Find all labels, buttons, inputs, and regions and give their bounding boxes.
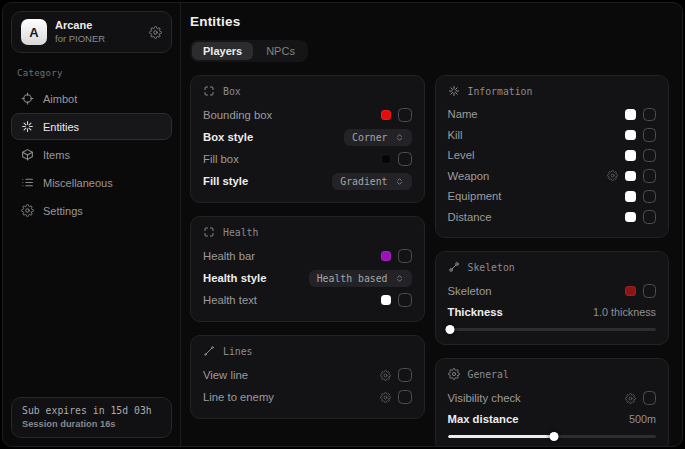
chevrons-up-down-icon [395, 177, 404, 186]
brand-card: A Arcane for PIONER [11, 11, 172, 53]
equipment-checkbox[interactable] [643, 190, 657, 204]
settings-gear-icon[interactable] [149, 26, 162, 39]
card-lines: Lines View line Line to enemy [190, 335, 425, 419]
card-title: General [468, 369, 509, 380]
row-name: Name [448, 104, 657, 125]
health-bar-checkbox[interactable] [398, 249, 412, 263]
sidebar-item-items[interactable]: Items [11, 141, 172, 168]
row-skeleton: Skeleton [448, 280, 657, 302]
gear-icon[interactable] [625, 393, 636, 404]
card-title: Box [223, 86, 241, 97]
box-style-dropdown[interactable]: Corner [344, 129, 411, 146]
brand-subtitle: for PIONER [55, 33, 141, 44]
tab-players[interactable]: Players [192, 42, 253, 60]
bone-icon [448, 261, 460, 273]
sidebar-item-label: Entities [43, 121, 79, 133]
diagonal-line-icon [203, 345, 215, 357]
sidebar-item-settings[interactable]: Settings [11, 197, 172, 224]
crosshair-icon [21, 92, 34, 105]
gear-icon [21, 204, 34, 217]
entity-tabs: Players NPCs [190, 40, 308, 62]
color-swatch[interactable] [381, 154, 392, 165]
session-duration-text: Session duration 16s [22, 419, 161, 429]
color-swatch[interactable] [625, 109, 636, 120]
sidebar-item-label: Aimbot [43, 93, 77, 105]
row-kill: Kill [448, 125, 657, 146]
slider-thumb[interactable] [549, 432, 558, 441]
name-checkbox[interactable] [643, 108, 657, 122]
gear-icon[interactable] [380, 392, 391, 403]
fill-box-checkbox[interactable] [398, 152, 412, 166]
card-box: Box Bounding box Box style Corner [190, 75, 425, 203]
color-swatch[interactable] [625, 191, 636, 202]
max-distance-value: 500m [629, 413, 656, 425]
color-swatch[interactable] [625, 212, 636, 223]
scan-box-icon [203, 226, 215, 238]
gear-icon [448, 368, 460, 380]
color-swatch[interactable] [381, 251, 392, 262]
row-health-bar: Health bar [203, 245, 412, 267]
row-fill-box: Fill box [203, 148, 412, 170]
sub-expiry-text: Sub expires in 15d 03h [22, 405, 161, 416]
row-visibility-check: Visibility check [448, 387, 657, 409]
row-box-style: Box style Corner [203, 126, 412, 148]
fill-style-dropdown[interactable]: Gradient [332, 173, 411, 190]
row-thickness: Thickness 1.0 thickness [448, 302, 657, 322]
sidebar-item-entities[interactable]: Entities [11, 113, 172, 140]
spark-icon [448, 85, 460, 97]
subscription-card: Sub expires in 15d 03h Session duration … [11, 397, 172, 438]
line-to-enemy-checkbox[interactable] [398, 390, 412, 404]
color-swatch[interactable] [625, 150, 636, 161]
sidebar-item-aimbot[interactable]: Aimbot [11, 85, 172, 112]
slider-thumb[interactable] [445, 325, 454, 334]
skeleton-checkbox[interactable] [643, 284, 657, 298]
sidebar-item-label: Miscellaneous [43, 177, 113, 189]
card-title: Skeleton [468, 262, 515, 273]
color-swatch[interactable] [625, 171, 636, 182]
list-icon [21, 176, 34, 189]
card-general: General Visibility check Max distance 50… [435, 358, 670, 447]
gear-icon[interactable] [380, 370, 391, 381]
package-icon [21, 148, 34, 161]
row-line-to-enemy: Line to enemy [203, 386, 412, 408]
app-window: A Arcane for PIONER Category Aimbot Enti… [2, 2, 683, 447]
chevrons-up-down-icon [395, 274, 404, 283]
app-logo: A [21, 19, 47, 45]
view-line-checkbox[interactable] [398, 368, 412, 382]
sidebar-item-miscellaneous[interactable]: Miscellaneous [11, 169, 172, 196]
health-text-checkbox[interactable] [398, 293, 412, 307]
color-swatch[interactable] [381, 110, 392, 121]
row-equipment: Equipment [448, 186, 657, 207]
health-style-dropdown[interactable]: Health based [309, 270, 412, 287]
row-bounding-box: Bounding box [203, 104, 412, 126]
gear-icon[interactable] [607, 170, 618, 181]
color-swatch[interactable] [625, 130, 636, 141]
bounding-box-checkbox[interactable] [398, 108, 412, 122]
kill-checkbox[interactable] [643, 128, 657, 142]
row-distance: Distance [448, 207, 657, 228]
card-health: Health Health bar Health style Health ba… [190, 216, 425, 322]
sidebar-nav: Aimbot Entities Items Miscellaneous [11, 85, 172, 224]
spark-icon [21, 120, 34, 133]
row-fill-style: Fill style Gradient [203, 170, 412, 192]
distance-checkbox[interactable] [643, 210, 657, 224]
card-information: Information Name Kill Level [435, 75, 670, 238]
color-swatch[interactable] [625, 286, 636, 297]
visibility-check-checkbox[interactable] [643, 391, 657, 405]
row-weapon: Weapon [448, 166, 657, 187]
card-skeleton: Skeleton Skeleton Thickness 1.0 thicknes… [435, 251, 670, 345]
row-health-style: Health style Health based [203, 267, 412, 289]
scan-box-icon [203, 85, 215, 97]
row-max-distance: Max distance 500m [448, 409, 657, 429]
page-title: Entities [190, 14, 669, 29]
card-title: Health [223, 227, 258, 238]
thickness-slider[interactable] [448, 324, 657, 334]
level-checkbox[interactable] [643, 149, 657, 163]
weapon-checkbox[interactable] [643, 169, 657, 183]
tab-npcs[interactable]: NPCs [255, 42, 306, 60]
sidebar: A Arcane for PIONER Category Aimbot Enti… [3, 3, 181, 446]
row-view-line: View line [203, 364, 412, 386]
max-distance-slider[interactable] [448, 431, 657, 441]
thickness-value: 1.0 thickness [593, 306, 656, 318]
color-swatch[interactable] [381, 295, 392, 306]
